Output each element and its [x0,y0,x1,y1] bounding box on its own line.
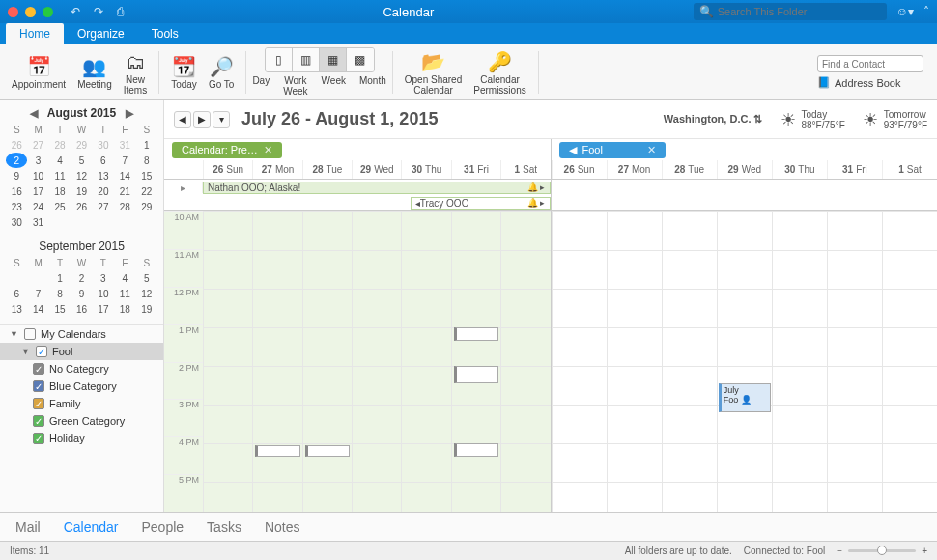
tab-organize[interactable]: Organize [64,23,138,44]
next-week-button[interactable]: ▶ [193,111,211,128]
day-header: 28 Tue [662,160,717,179]
expand-allday-icon[interactable]: ▸ [164,182,203,193]
nav-tasks[interactable]: Tasks [207,519,241,535]
weather-today: ☀ Today88°F/75°F [781,109,845,130]
hours-left[interactable]: 10 AM11 AM12 PM1 PM2 PM3 PM4 PM5 PM [164,211,551,512]
tab-tools[interactable]: Tools [138,23,192,44]
calendar-category[interactable]: ✓Blue Category [0,378,163,395]
checkbox[interactable]: ✓ [33,415,44,427]
calendar-category[interactable]: ✓Family [0,395,163,412]
close-icon[interactable]: ✕ [647,144,656,156]
mini-calendar-2[interactable]: SMTWTFS12345678910111213141516171819 [0,255,163,321]
pane-left: Calendar: Pre…✕ 26 Sun27 Mon28 Tue29 Wed… [164,139,552,512]
date-range: July 26 - August 1, 2015 [241,109,438,129]
nav-mail[interactable]: Mail [15,519,41,535]
mini-calendar-1[interactable]: SMTWTFS262728293031123456789101112131415… [0,122,163,234]
open-shared-button[interactable]: 📂Open Shared Calendar [399,47,468,98]
title-bar: ↶ ↷ ⎙ Calendar 🔍 ☺▾ ˄ [0,0,937,23]
checkbox[interactable]: ✓ [33,433,44,444]
redo-icon[interactable]: ↷ [94,5,103,18]
checkbox[interactable]: ✓ [33,363,44,375]
smiley-icon[interactable]: ☺▾ [896,5,914,18]
collapse-ribbon-icon[interactable]: ˄ [923,5,929,18]
bell-icon: 🔔 ▸ [527,182,546,192]
pane-right: ◀ Fool✕ 26 Sun27 Mon28 Tue29 Wed30 Thu31… [552,139,938,512]
quick-access: ↶ ↷ ⎙ [71,5,124,18]
hours-right[interactable]: July Foo 👤 [552,211,938,512]
view-week-button[interactable]: ▦ [320,48,347,71]
zoom-in-icon[interactable]: + [922,546,927,556]
calendar-category[interactable]: ✓No Category [0,360,163,378]
appointment-button[interactable]: 📅Appointment [6,52,71,92]
nav-calendar[interactable]: Calendar [64,519,119,535]
weather-location[interactable]: Washington, D.C. ⇅ [664,113,763,126]
content: ◀ ▶ ▾ July 26 - August 1, 2015 Washingto… [164,100,937,512]
calendar-list: ▼ My Calendars ▼ ✓ Fool ✓No Category✓Blu… [0,324,163,447]
print-icon[interactable]: ⎙ [117,5,124,18]
status-folders: All folders are up to date. [625,546,732,556]
goto-icon: 🔎 [210,54,234,79]
minimize-icon[interactable] [25,7,36,17]
close-icon[interactable]: ✕ [264,144,272,156]
pane-left-tab[interactable]: Calendar: Pre…✕ [172,142,282,158]
event-july-foo[interactable]: July Foo 👤 [719,383,771,412]
calendar-fool[interactable]: ▼ ✓ Fool [0,343,163,360]
search-input[interactable] [718,6,881,17]
checkbox[interactable]: ✓ [33,398,44,409]
event[interactable] [454,443,498,457]
meeting-button[interactable]: 👥Meeting [71,52,118,92]
my-calendars-header[interactable]: ▼ My Calendars [0,325,163,343]
goto-button[interactable]: 🔎Go To [203,52,241,92]
checkbox[interactable] [24,328,36,340]
event[interactable] [255,445,299,457]
appointment-icon: 📅 [27,54,51,79]
event[interactable] [454,366,498,383]
sun-icon: ☀ [781,109,796,130]
undo-icon[interactable]: ↶ [71,5,80,18]
prev-month-icon[interactable]: ◀ [30,107,38,120]
view-workweek-button[interactable]: ▥ [293,48,320,71]
bottom-nav: Mail Calendar People Tasks Notes [0,512,937,541]
day-headers-left: 26 Sun27 Mon28 Tue29 Wed30 Thu31 Fri1 Sa… [164,160,551,180]
view-day-button[interactable]: ▯ [266,48,293,71]
nav-notes[interactable]: Notes [265,519,300,535]
open-shared-icon: 📂 [421,49,445,74]
bell-icon: 🔔 ▸ [527,198,546,208]
close-icon[interactable] [8,7,18,17]
find-contact-input[interactable] [817,55,923,72]
checkbox[interactable]: ✓ [33,380,44,392]
calendar-category[interactable]: ✓Holiday [0,430,163,447]
day-header: 28 Tue [302,160,352,179]
new-items-button[interactable]: 🗂New Items [118,47,153,98]
event[interactable] [454,327,498,341]
checkbox[interactable]: ✓ [36,346,47,357]
dropdown-button[interactable]: ▾ [213,111,230,128]
pane-right-tab[interactable]: ◀ Fool✕ [559,142,666,158]
status-bar: Items: 11 All folders are up to date. Co… [0,541,937,560]
allday-event[interactable]: ◂ Tracy OOO🔔 ▸ [411,197,551,210]
status-items: Items: 11 [10,546,49,556]
zoom-slider[interactable]: − + [837,546,927,556]
search-box[interactable]: 🔍 [694,3,887,20]
next-month-icon[interactable]: ▶ [126,107,133,120]
day-header: 29 Wed [352,160,401,179]
address-book-button[interactable]: 📘Address Book [817,76,923,89]
event[interactable] [305,445,350,457]
maximize-icon[interactable] [43,7,53,17]
allday-right [552,180,938,211]
nav-people[interactable]: People [142,519,185,535]
allday-event[interactable]: Nathan OOO; Alaska!🔔 ▸ [203,182,551,194]
day-header: 29 Wed [717,160,772,179]
calendar-category[interactable]: ✓Green Category [0,412,163,430]
view-month-button[interactable]: ▩ [347,48,374,71]
zoom-out-icon[interactable]: − [837,546,842,556]
today-button[interactable]: 📆Today [165,52,203,92]
permissions-button[interactable]: 🔑Calendar Permissions [468,47,531,98]
weather-bar: Washington, D.C. ⇅ ☀ Today88°F/75°F ☀ To… [664,109,927,130]
view-month-label: Month [359,75,386,97]
tab-home[interactable]: Home [6,23,64,44]
address-book-icon: 📘 [817,76,831,89]
view-work-label: Work Week [283,75,307,97]
day-header: 30 Thu [401,160,450,179]
prev-week-button[interactable]: ◀ [174,111,191,128]
